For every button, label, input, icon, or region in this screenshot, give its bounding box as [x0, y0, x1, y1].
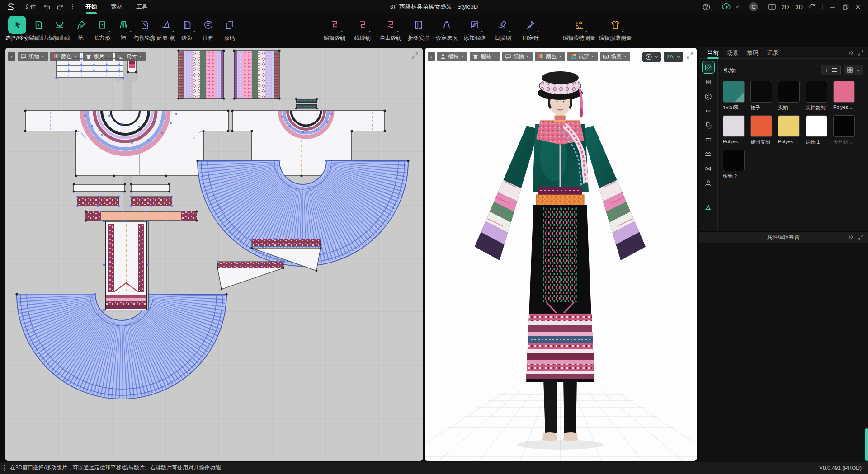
view-style-control[interactable] — [664, 52, 683, 62]
fabric-swatch-thumbnail[interactable]: ✓ — [723, 81, 745, 103]
ribbon-tab-工具[interactable]: 工具 — [136, 0, 148, 14]
sidebar-scrollbar[interactable] — [865, 428, 868, 461]
fabric-swatch-thumbnail[interactable] — [778, 115, 800, 137]
tool-fold[interactable]: 折叠安排 — [405, 16, 433, 42]
panel3d-button-试穿[interactable]: 试穿 — [567, 52, 598, 61]
piece-striped-fabric-a[interactable] — [177, 49, 225, 99]
upload-chevron-icon[interactable] — [735, 2, 740, 12]
panel3d-button-场景[interactable]: 场景 — [600, 52, 630, 61]
tool-extend[interactable]: 延展-点 — [155, 16, 176, 42]
rail-pieces-icon[interactable] — [702, 119, 715, 131]
rail-person-icon[interactable] — [702, 177, 715, 189]
fabric-swatch-thumbnail[interactable] — [833, 115, 855, 137]
view-2d-button[interactable]: 2D — [782, 4, 789, 10]
redo-icon[interactable] — [55, 2, 65, 12]
fabric-swatch[interactable]: 天丝斜... — [832, 115, 860, 145]
tool-caret[interactable] — [537, 31, 539, 33]
sidebar-tab-场景[interactable]: 场景 — [727, 47, 739, 59]
status-menu-icon[interactable] — [4, 465, 5, 471]
help-icon[interactable] — [702, 2, 712, 12]
rail-swatch-icon[interactable] — [702, 61, 715, 74]
piece-striped-fabric-b[interactable] — [233, 49, 280, 99]
tool-caret[interactable] — [368, 31, 371, 33]
add-fabric-icon[interactable]: + — [825, 66, 828, 74]
tool-shirt[interactable]: 编辑服装测量 — [597, 16, 633, 42]
fabric-swatch-thumbnail[interactable] — [833, 81, 855, 103]
fabric-swatch[interactable]: Polyes... — [777, 115, 805, 145]
undo-icon[interactable] — [42, 2, 52, 12]
rail-seg-icon[interactable] — [702, 133, 715, 146]
sidebar-tab-放码[interactable]: 放码 — [747, 47, 759, 59]
tool-caret[interactable] — [193, 31, 196, 33]
tool-caret[interactable] — [129, 31, 132, 33]
panel-3d-view[interactable]: ‹模特服装织物颜色试穿场景 — [425, 48, 697, 461]
fabric-swatch[interactable]: Polyes... — [722, 115, 750, 145]
piece-waistband-strips[interactable] — [73, 183, 170, 193]
panel-2d-pattern[interactable]: ‹织物颜色版片尺寸 — [5, 48, 423, 461]
fabric-swatch[interactable]: Polyes... — [832, 81, 860, 111]
view-3d-button[interactable]: 3D — [795, 4, 803, 10]
tool-grade[interactable]: 放码 — [219, 16, 240, 42]
rail-clover-icon[interactable] — [702, 75, 715, 88]
sidebar-tab-当前[interactable]: 当前 — [707, 47, 719, 59]
tool-outline[interactable]: 勾勒轮廓 — [134, 16, 155, 42]
split-view-icon[interactable] — [767, 2, 777, 12]
property-window-bar[interactable]: 属性编辑视窗 — [699, 231, 868, 243]
tool-cursor[interactable]: 选择/移动 — [6, 16, 28, 42]
rail-button-icon[interactable] — [702, 90, 715, 103]
panel2d-button-尺寸[interactable]: 尺寸 — [115, 52, 146, 61]
fabric-add-list-buttons[interactable]: + — [821, 65, 841, 75]
fabric-swatch-thumbnail[interactable] — [723, 150, 745, 171]
collapse-right-icon[interactable] — [848, 51, 854, 55]
panel3d-collapse-chevron[interactable]: ‹ — [428, 52, 435, 61]
pattern-canvas[interactable] — [5, 48, 423, 461]
rail-bow-icon[interactable] — [702, 162, 715, 175]
fabric-swatch-thumbnail[interactable] — [750, 81, 772, 103]
tool-seam[interactable]: 缝边 — [176, 16, 198, 42]
tool-caret[interactable] — [621, 31, 624, 33]
cloud-upload-icon[interactable] — [722, 2, 732, 12]
sidebar-tab-记录[interactable]: 记录 — [767, 47, 778, 59]
panel3d-button-颜色[interactable]: 颜色 — [535, 52, 565, 61]
more-menu-icon[interactable] — [67, 2, 77, 12]
close-icon[interactable] — [853, 2, 863, 12]
piece-apron[interactable] — [103, 221, 150, 311]
fabric-swatch[interactable]: 头帕复制 — [805, 81, 832, 111]
tool-pattern[interactable]: 编辑版片 — [28, 16, 49, 42]
tool-sew-line[interactable]: 线缝纫 — [349, 16, 377, 42]
fabric-swatch-thumbnail[interactable] — [778, 81, 800, 103]
fabric-swatch[interactable]: 织物 2 — [722, 150, 750, 180]
fabric-swatch-thumbnail[interactable] — [806, 115, 827, 137]
panel2d-expand-icon[interactable] — [412, 52, 418, 59]
fabric-swatch-thumbnail[interactable] — [750, 115, 772, 137]
collapse-right-icon[interactable] — [848, 235, 854, 239]
panel2d-collapse-chevron[interactable]: ‹ — [8, 52, 15, 61]
ribbon-tab-素材[interactable]: 素材 — [111, 0, 123, 14]
panel3d-button-模特[interactable]: 模特 — [437, 52, 467, 61]
fabric-swatch[interactable]: 织物 1 — [805, 115, 832, 145]
panel3d-button-织物[interactable]: 织物 — [502, 52, 533, 61]
fabric-swatch[interactable]: ✓150d双... — [722, 81, 750, 111]
tool-caret[interactable] — [509, 31, 511, 33]
fabric-swatch[interactable]: 裙围复制 — [750, 115, 777, 145]
tool-curve[interactable]: 编辑曲线 — [49, 16, 70, 42]
fabric-swatch-thumbnail[interactable] — [806, 81, 827, 103]
tool-pin[interactable]: 固定针 — [517, 16, 545, 42]
tool-ruler[interactable]: 编辑模特测量 — [561, 16, 597, 42]
fabric-swatch[interactable]: 裙子 — [750, 81, 777, 111]
panel2d-button-版片[interactable]: 版片 — [83, 52, 113, 61]
minimize-icon[interactable] — [828, 2, 838, 12]
tool-layer[interactable]: 设定层次 — [433, 16, 461, 42]
grid-view-button[interactable] — [844, 65, 863, 75]
panel3d-expand-icon[interactable] — [687, 52, 693, 59]
panel3d-button-服装[interactable]: 服装 — [470, 52, 500, 61]
panel2d-button-颜色[interactable]: 颜色 — [50, 52, 80, 61]
expand-window-icon[interactable] — [858, 235, 863, 240]
ribbon-tab-开始[interactable]: 开始 — [85, 0, 97, 14]
tool-caret[interactable] — [340, 31, 343, 33]
panel2d-button-织物[interactable]: 织物 — [18, 52, 48, 61]
tool-caret[interactable] — [585, 31, 588, 33]
fabric-swatch-thumbnail[interactable] — [723, 115, 745, 137]
tool-baste[interactable]: 添加假缝 — [461, 16, 489, 42]
expand-window-icon[interactable] — [858, 50, 863, 56]
